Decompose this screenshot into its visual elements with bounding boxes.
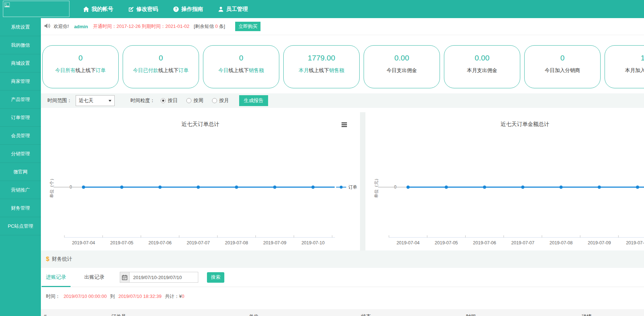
sidebar-item[interactable]: 分销管理	[0, 145, 41, 163]
generate-report-button[interactable]: 生成报告	[239, 95, 268, 106]
date-range-group	[120, 272, 198, 283]
nav-item-label: 我的帐号	[92, 6, 113, 13]
svg-text:2019-07-04: 2019-07-04	[397, 240, 420, 245]
column-header: 单价	[246, 313, 358, 316]
tab-income-records[interactable]: 进账记录	[42, 268, 71, 287]
charts-row: 近七天订单总计2019-07-042019-07-052019-07-06201…	[41, 112, 644, 250]
nav-item-edit[interactable]: 修改密码	[128, 6, 158, 13]
sms-remaining: [剩余短信 0 条]	[194, 23, 225, 30]
radio-option[interactable]: 按周	[186, 97, 203, 104]
nav-item-label: 修改密码	[136, 6, 158, 13]
sidebar-item[interactable]: 微官网	[0, 163, 41, 181]
sidebar-item[interactable]: 订单管理	[0, 109, 41, 127]
stat-label: 本月支出佣金	[444, 67, 520, 74]
time-label: 时间：	[46, 294, 60, 299]
staff-icon	[218, 7, 224, 12]
sidebar-item[interactable]: 商城设置	[0, 54, 41, 72]
svg-text:2019-07-07: 2019-07-07	[511, 240, 534, 245]
orders-chart-panel: 近七天订单总计2019-07-042019-07-052019-07-06201…	[41, 112, 360, 250]
stat-label: 今日线上线下销售额	[203, 67, 279, 74]
line-chart: 2019-07-042019-07-052019-07-062019-07-07…	[41, 114, 360, 250]
main-layout: 系统设置我的微信商城设置商家管理产品管理订单管理会员管理分销管理微官网营销推广财…	[0, 18, 644, 316]
chevron-down-icon	[109, 100, 111, 102]
broken-image-icon	[4, 2, 10, 9]
help-icon: ?	[173, 7, 179, 12]
sidebar-item[interactable]: 我的微信	[0, 36, 41, 54]
sidebar-item[interactable]: 系统设置	[0, 18, 41, 36]
radio-icon[interactable]	[186, 98, 191, 103]
stat-value: 0.00	[444, 54, 520, 62]
svg-text:2019-07-07: 2019-07-07	[187, 240, 210, 245]
stat-label: 本月加入分销商	[605, 67, 644, 74]
radio-label: 按月	[219, 97, 229, 104]
radio-icon[interactable]	[212, 98, 217, 103]
sidebar-item[interactable]: PC站点管理	[0, 217, 41, 235]
radio-icon[interactable]	[161, 98, 166, 103]
records-table-header: #订单号单价状态时间详情	[41, 309, 644, 316]
time-summary-row: 时间： 2019/07/10 00:00:00 到 2019/07/10 18:…	[41, 293, 644, 300]
stat-value: 0	[43, 54, 118, 62]
chart-legend[interactable]: 订单	[336, 185, 357, 190]
svg-text:2019-07-05: 2019-07-05	[110, 240, 134, 245]
sms-count: 0	[215, 24, 218, 29]
svg-text:2019-07-06: 2019-07-06	[473, 240, 496, 245]
nav-item-label: 操作指南	[181, 6, 203, 13]
sidebar-item[interactable]: 产品管理	[0, 90, 41, 109]
stat-value: 0	[123, 54, 199, 62]
top-nav-menu: 我的帐号修改密码?操作指南员工管理	[83, 6, 248, 13]
charts-area: 近七天订单总计2019-07-042019-07-052019-07-06201…	[41, 108, 644, 250]
dashboard-screen: 我的帐号修改密码?操作指南员工管理 系统设置我的微信商城设置商家管理产品管理订单…	[0, 0, 644, 316]
stat-value: 0.00	[364, 54, 440, 62]
account-period: 开通时间：2017-12-26 到期时间：2021-01-02	[93, 23, 190, 30]
buy-now-button[interactable]: 立即购买	[235, 22, 260, 31]
nav-item-staff[interactable]: 员工管理	[218, 6, 248, 13]
time-to: 2019/07/10 18:32:39	[118, 294, 161, 299]
stat-label: 今日已付款线上线下订单	[123, 67, 199, 74]
svg-text:2019-07-04: 2019-07-04	[72, 240, 95, 245]
stat-value: 1	[605, 54, 644, 62]
dollar-icon: $	[46, 256, 49, 263]
sidebar-item[interactable]: 商家管理	[0, 72, 41, 90]
sidebar-item[interactable]: 营销推广	[0, 181, 41, 199]
svg-text:2019-07-06: 2019-07-06	[148, 240, 171, 245]
svg-text:2019-07-09: 2019-07-09	[263, 240, 286, 245]
radio-option[interactable]: 按日	[161, 97, 178, 104]
welcome-greeting: 欢迎你!	[54, 23, 69, 30]
svg-text:2019-07-08: 2019-07-08	[550, 240, 573, 245]
granularity-label: 时间粒度：	[131, 97, 155, 104]
column-header: 状态	[358, 313, 463, 316]
search-button[interactable]: 搜索	[207, 272, 224, 283]
stat-label: 本月线上线下销售额	[284, 67, 359, 74]
sidebar-item[interactable]: 财务管理	[0, 199, 41, 217]
column-header: 时间	[463, 313, 579, 316]
stat-value: 0	[525, 54, 600, 62]
home-icon	[83, 7, 89, 12]
radio-option[interactable]: 按月	[212, 97, 229, 104]
nav-item-help[interactable]: ?操作指南	[173, 6, 203, 13]
stat-card: 0今日所有线上线下订单	[42, 45, 119, 88]
filter-bar: 时间范围： 近七天 时间粒度： 按日按周按月 生成报告	[41, 93, 644, 108]
sidebar: 系统设置我的微信商城设置商家管理产品管理订单管理会员管理分销管理微官网营销推广财…	[0, 18, 41, 316]
svg-text:2019-07-05: 2019-07-05	[435, 240, 458, 245]
order-amount-chart-panel: 近七天订单金额总计2019-07-042019-07-052019-07-062…	[365, 112, 644, 250]
stat-value: 0	[203, 54, 279, 62]
svg-text:2019-07-10: 2019-07-10	[301, 240, 325, 245]
calendar-icon[interactable]	[120, 272, 130, 283]
edit-icon	[128, 7, 134, 12]
svg-text:2019-07-08: 2019-07-08	[225, 240, 248, 245]
time-range-select[interactable]: 近七天	[76, 95, 115, 106]
svg-text:2019-07-10: 2019-07-10	[626, 240, 644, 245]
tab-outgoing-records[interactable]: 出账记录	[80, 268, 109, 287]
welcome-bar: 欢迎你! admin 开通时间：2017-12-26 到期时间：2021-01-…	[41, 18, 644, 35]
time-range-value: 近七天	[79, 97, 94, 104]
line-chart: 2019-07-042019-07-052019-07-062019-07-07…	[365, 114, 644, 250]
svg-text:单位（元）: 单位（元）	[374, 176, 379, 198]
logo-placeholder	[3, 1, 69, 17]
nav-item-home[interactable]: 我的帐号	[83, 6, 113, 13]
sidebar-item[interactable]: 会员管理	[0, 127, 41, 145]
date-range-input[interactable]	[130, 272, 198, 283]
top-navbar: 我的帐号修改密码?操作指南员工管理	[0, 0, 644, 18]
total-value: 0	[182, 294, 184, 299]
stat-card: 0.00本月支出佣金	[444, 45, 520, 88]
stat-card: 0今日已付款线上线下订单	[123, 45, 199, 88]
